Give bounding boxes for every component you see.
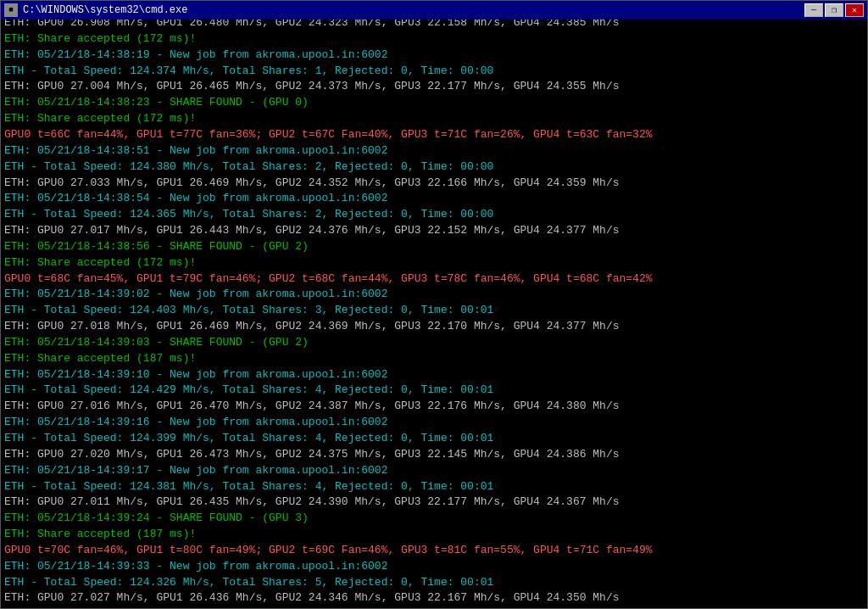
- console-line: ETH: Share accepted (187 ms)!: [4, 527, 864, 543]
- console-line: ETH: GPU0 27.016 Mh/s, GPU1 26.470 Mh/s,…: [4, 399, 864, 415]
- console-line: ETH - Total Speed: 124.429 Mh/s, Total S…: [4, 383, 864, 399]
- console-line: ETH: 05/21/18-14:38:51 - New job from ak…: [4, 143, 864, 159]
- console-line: ETH: GPU0 27.027 Mh/s, GPU1 26.436 Mh/s,…: [4, 590, 864, 606]
- console-line: ETH - Total Speed: 124.374 Mh/s, Total S…: [4, 64, 864, 80]
- titlebar: ■ C:\WINDOWS\system32\cmd.exe ─ ❐ ✕: [1, 1, 867, 20]
- cmd-window: ■ C:\WINDOWS\system32\cmd.exe ─ ❐ ✕ ETH:…: [0, 0, 868, 609]
- console-line: ETH: 05/21/18-14:38:19 - New job from ak…: [4, 47, 864, 64]
- console-line: ETH: Share accepted (172 ms)!: [4, 31, 864, 47]
- console-line: ETH: GPU0 27.033 Mh/s, GPU1 26.469 Mh/s,…: [4, 176, 864, 192]
- cmd-icon-symbol: ■: [8, 6, 13, 14]
- console-line: GPU0 t=66C fan=44%, GPU1 t=77C fan=36%; …: [4, 127, 864, 143]
- console-line: ETH: 05/21/18-14:39:02 - New job from ak…: [4, 287, 864, 303]
- cmd-icon: ■: [4, 3, 18, 17]
- console-line: ETH: GPU0 27.004 Mh/s, GPU1 26.465 Mh/s,…: [4, 79, 864, 95]
- console-line: ETH: GPU0 27.017 Mh/s, GPU1 26.443 Mh/s,…: [4, 223, 864, 239]
- console-line: ETH: 05/21/18-14:39:17 - New job from ak…: [4, 463, 864, 479]
- console-line: ETH - Total Speed: 124.399 Mh/s, Total S…: [4, 431, 864, 447]
- titlebar-buttons: ─ ❐ ✕: [804, 3, 864, 17]
- console-line: ETH: 05/21/18-14:39:10 - New job from ak…: [4, 367, 864, 383]
- console-line: ETH: Share accepted (172 ms)!: [4, 111, 864, 127]
- console-line: ETH - Total Speed: 124.365 Mh/s, Total S…: [4, 207, 864, 223]
- console-line: ETH: Share accepted (187 ms)!: [4, 351, 864, 367]
- console-line: GPU0 t=70C fan=46%, GPU1 t=80C fan=49%; …: [4, 543, 864, 559]
- console-line: ETH - Total Speed: 124.326 Mh/s, Total S…: [4, 575, 864, 591]
- console-line: ETH: 05/21/18-14:39:16 - New job from ak…: [4, 415, 864, 431]
- console-line: ETH - Total Speed: 124.380 Mh/s, Total S…: [4, 159, 864, 176]
- console-line: ETH: 05/21/18-14:38:56 - SHARE FOUND - (…: [4, 239, 864, 255]
- console-line: ETH: Share accepted (172 ms)!: [4, 255, 864, 271]
- console-output: ETH: 05/21/18-14:38:08 - New job from ak…: [1, 20, 867, 608]
- console-line: ETH - Total Speed: 124.381 Mh/s, Total S…: [4, 479, 864, 495]
- console-line: ETH: 05/21/18-14:38:23 - SHARE FOUND - (…: [4, 95, 864, 111]
- console-line: ETH: GPU0 27.011 Mh/s, GPU1 26.435 Mh/s,…: [4, 494, 864, 511]
- console-line: ETH: 05/21/18-14:39:24 - SHARE FOUND - (…: [4, 511, 864, 527]
- console-line: ETH: 05/21/18-14:39:03 - SHARE FOUND - (…: [4, 335, 864, 351]
- console-line: GPU0 t=68C fan=45%, GPU1 t=79C fan=46%; …: [4, 271, 864, 288]
- console-line: ETH - Total Speed: 124.403 Mh/s, Total S…: [4, 303, 864, 319]
- console-line: ETH: GPU0 27.018 Mh/s, GPU1 26.469 Mh/s,…: [4, 319, 864, 335]
- console-line: ETH: GPU0 27.020 Mh/s, GPU1 26.473 Mh/s,…: [4, 447, 864, 463]
- window-title: C:\WINDOWS\system32\cmd.exe: [23, 4, 187, 16]
- close-button[interactable]: ✕: [845, 3, 864, 17]
- console-line: ETH: 05/21/18-14:38:54 - New job from ak…: [4, 191, 864, 207]
- restore-button[interactable]: ❐: [825, 3, 843, 17]
- minimize-button[interactable]: ─: [804, 3, 823, 17]
- console-line: ETH: GPU0 26.908 Mh/s, GPU1 26.480 Mh/s,…: [4, 20, 864, 31]
- titlebar-left: ■ C:\WINDOWS\system32\cmd.exe: [4, 3, 187, 17]
- console-line: ETH: 05/21/18-14:39:33 - New job from ak…: [4, 559, 864, 575]
